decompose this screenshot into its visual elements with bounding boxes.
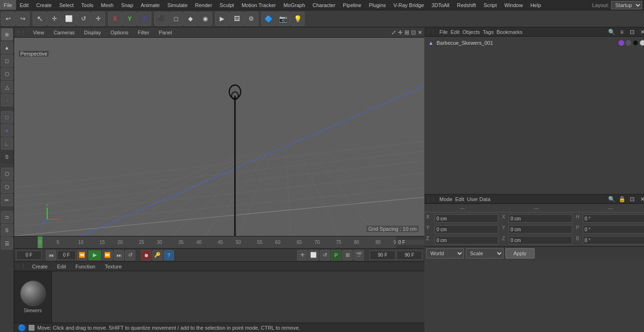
menu-edit[interactable]: Edit [16, 0, 33, 10]
sidebar-model-mode[interactable]: ▲ [1, 41, 13, 54]
sidebar-polygon-mode[interactable]: ⬡ [1, 68, 13, 80]
menu-mesh[interactable]: Mesh [97, 0, 117, 10]
vp-menu-display[interactable]: Display [81, 29, 104, 36]
menu-snap[interactable]: Snap [117, 0, 137, 10]
y-axis-btn[interactable]: Y [123, 12, 137, 26]
end-frame-field2[interactable] [396, 251, 422, 260]
scale-dropdown[interactable]: Scale [466, 248, 504, 259]
coord-y-pos-field[interactable] [435, 225, 498, 234]
render-to-picture[interactable]: 🖼 [230, 12, 244, 26]
attr-expand-btn[interactable]: ⊡ [628, 196, 636, 202]
objects-tags-menu[interactable]: Tags [483, 29, 494, 35]
next-frame-btn[interactable]: ⏩ [102, 250, 113, 260]
coord-x-size-field[interactable] [509, 214, 572, 223]
sidebar-brush[interactable]: ⬡ [1, 181, 13, 193]
x-axis-btn[interactable]: X [108, 12, 122, 26]
undo-button[interactable]: ↩ [1, 12, 15, 26]
scale-tb-btn[interactable]: ⬜ [308, 250, 319, 260]
menu-animate[interactable]: Animate [137, 0, 164, 10]
objects-objects-menu[interactable]: Objects [462, 29, 480, 35]
sidebar-point-mode[interactable]: · [1, 94, 13, 106]
attr-edit-menu[interactable]: Edit [455, 196, 464, 202]
objects-expand-btn[interactable]: ⊡ [628, 29, 636, 35]
render-settings[interactable]: ⚙ [244, 12, 258, 26]
menu-window[interactable]: Window [501, 0, 527, 10]
vp-icon-close[interactable]: ✕ [418, 29, 422, 36]
sidebar-knife[interactable]: ⬡ [1, 168, 13, 180]
sidebar-sds[interactable]: S [1, 151, 13, 163]
apply-button[interactable]: Apply [505, 248, 535, 259]
sidebar-spline[interactable]: ∟ [1, 138, 13, 150]
play-mode-btn[interactable]: P [331, 250, 341, 260]
objects-file-menu[interactable]: File [439, 29, 448, 35]
menu-select[interactable]: Select [56, 0, 78, 10]
objects-edit-menu[interactable]: Edit [451, 29, 460, 35]
menu-file[interactable]: File [0, 0, 16, 10]
sidebar-edge-mode[interactable]: △ [1, 81, 13, 93]
sidebar-bend[interactable]: □ [1, 111, 13, 123]
menu-sculpt[interactable]: Sculpt [216, 0, 238, 10]
prev-frame-btn[interactable]: ⏪ [77, 250, 87, 260]
bp-tab-create[interactable]: Create [29, 263, 50, 270]
vp-icon-move[interactable]: ✛ [398, 29, 403, 36]
menu-help[interactable]: Help [527, 0, 545, 10]
select-tool[interactable]: ↖ [33, 12, 47, 26]
layout-select[interactable]: Startup [611, 1, 642, 9]
sidebar-paint[interactable]: ✏ [1, 194, 13, 206]
end-frame-field1[interactable] [370, 251, 396, 260]
coord-x-rot-field[interactable] [583, 214, 644, 223]
current-frame-field[interactable] [57, 251, 76, 260]
object-row-barbecue[interactable]: ▲ Barbecue_Skewers_001 [425, 38, 644, 48]
attr-search-btn[interactable]: 🔍 [608, 196, 615, 202]
camera-btn[interactable]: 📷 [276, 12, 290, 26]
next-key-btn[interactable]: ⏭ [114, 250, 124, 260]
attr-close-btn[interactable]: ✕ [639, 196, 644, 202]
objects-layers-btn[interactable]: ≡ [618, 29, 626, 35]
prev-key-btn[interactable]: ⏮ [46, 250, 56, 260]
render-btn[interactable]: ▶ [215, 12, 229, 26]
vp-menu-filter[interactable]: Filter [135, 29, 152, 36]
menu-motion-tracker[interactable]: Motion Tracker [238, 0, 280, 10]
frame-btn[interactable]: 🎬 [354, 250, 364, 260]
menu-character[interactable]: Character [309, 0, 339, 10]
rotate-tool[interactable]: ↺ [76, 12, 91, 26]
current-frame-display[interactable]: 0 F [396, 240, 424, 245]
play-btn[interactable]: ▶ [88, 250, 101, 260]
world-dropdown[interactable]: World [426, 248, 464, 259]
rotate-tb-btn[interactable]: ↺ [320, 250, 330, 260]
redo-button[interactable]: ↪ [16, 12, 30, 26]
points-mode[interactable]: ⬛ [154, 12, 168, 26]
menu-3dtoall[interactable]: 3DToAll [428, 0, 453, 10]
sidebar-magnet[interactable]: ⊃ [1, 211, 13, 223]
menu-mograph[interactable]: MoGraph [280, 0, 309, 10]
menu-simulate[interactable]: Simulate [164, 0, 191, 10]
coord-y-rot-field[interactable] [583, 225, 644, 234]
sidebar-more[interactable]: ☰ [1, 237, 13, 250]
coord-z-size-field[interactable] [509, 236, 572, 244]
model-mode[interactable]: ◉ [198, 12, 212, 26]
polys-mode[interactable]: ◆ [183, 12, 198, 26]
vp-icon-expand[interactable]: ⊡ [411, 29, 416, 36]
material-preview[interactable]: Skewers [14, 271, 52, 323]
objects-bookmarks-menu[interactable]: Bookmarks [496, 29, 522, 35]
bp-tab-texture[interactable]: Texture [102, 263, 124, 270]
perspective-view[interactable]: 🔷 [261, 12, 275, 26]
vp-menu-options[interactable]: Options [107, 29, 131, 36]
menu-plugins[interactable]: Plugins [365, 0, 389, 10]
sidebar-texture-mode[interactable]: ◻ [1, 55, 13, 67]
menu-render[interactable]: Render [191, 0, 216, 10]
objects-close-btn[interactable]: ✕ [639, 29, 644, 35]
grid-tb-btn[interactable]: ⊞ [342, 250, 353, 260]
coord-x-pos-field[interactable] [435, 214, 498, 223]
menu-tools[interactable]: Tools [77, 0, 97, 10]
objects-search-btn[interactable]: 🔍 [608, 29, 615, 35]
help-btn[interactable]: ? [164, 250, 174, 260]
vp-menu-view[interactable]: View [30, 29, 47, 36]
timeline-ruler[interactable]: 0 5 10 15 20 25 30 35 40 45 50 55 60 65 … [38, 236, 396, 248]
vp-menu-panel[interactable]: Panel [156, 29, 175, 36]
menu-vray[interactable]: V-Ray Bridge [390, 0, 428, 10]
menu-redshift[interactable]: Redshift [453, 0, 479, 10]
scale-tool[interactable]: ⬜ [62, 12, 76, 26]
coord-z-rot-field[interactable] [583, 236, 644, 244]
loop-btn[interactable]: ↺ [125, 250, 135, 260]
